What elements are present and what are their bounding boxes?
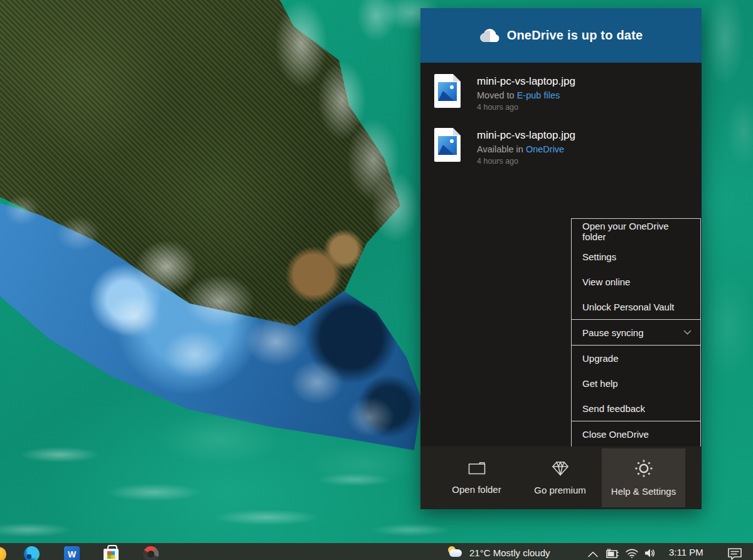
help-settings-button[interactable]: Help & Settings xyxy=(602,448,685,507)
activity-item[interactable]: mini-pc-vs-laptop.jpg Available in OneDr… xyxy=(434,128,702,166)
tray-chevron-up-icon[interactable] xyxy=(587,549,599,560)
onedrive-footer: Open folder Go premium xyxy=(420,446,702,509)
weather-temperature: 21°C xyxy=(469,547,491,558)
onedrive-status-title: OneDrive is up to date xyxy=(507,28,643,43)
menu-item-upgrade[interactable]: Upgrade xyxy=(572,346,700,371)
taskbar-weather[interactable]: 21°C Mostly cloudy xyxy=(447,546,550,559)
taskbar: W 21°C Mostly cloudy xyxy=(0,543,753,560)
onedrive-flyout: OneDrive is up to date mini-pc-vs-laptop… xyxy=(420,8,702,509)
chevron-down-icon xyxy=(683,330,692,335)
menu-item-settings[interactable]: Settings xyxy=(572,244,700,269)
onedrive-cloud-icon xyxy=(479,29,501,43)
tray-volume-icon[interactable] xyxy=(644,548,656,560)
activity-folder-link[interactable]: OneDrive xyxy=(526,144,564,154)
activity-timestamp: 4 hours ago xyxy=(477,103,575,112)
microsoft-store-icon[interactable] xyxy=(104,546,119,560)
menu-item-get-help[interactable]: Get help xyxy=(572,371,700,396)
menu-item-send-feedback[interactable]: Send feedback xyxy=(572,396,700,421)
red-donut-app-icon[interactable] xyxy=(143,546,159,560)
folder-icon xyxy=(467,461,486,476)
weather-condition: Mostly cloudy xyxy=(493,547,550,558)
edge-browser-icon[interactable] xyxy=(24,546,40,560)
menu-item-unlock-personal-vault[interactable]: Unlock Personal Vault xyxy=(572,294,700,319)
menu-item-open-onedrive-folder[interactable]: Open your OneDrive folder xyxy=(572,219,700,244)
image-file-icon xyxy=(434,128,461,162)
taskbar-clock[interactable]: 3:11 PM xyxy=(669,547,703,557)
help-settings-menu: Open your OneDrive folder Settings View … xyxy=(571,218,701,447)
word-icon[interactable]: W xyxy=(64,546,80,560)
menu-item-view-online[interactable]: View online xyxy=(572,269,700,294)
onedrive-header: OneDrive is up to date xyxy=(420,8,702,63)
activity-action: Available in xyxy=(477,144,523,154)
gear-icon xyxy=(634,459,653,478)
tray-wifi-icon[interactable] xyxy=(625,548,639,560)
open-folder-button[interactable]: Open folder xyxy=(435,448,518,507)
image-file-icon xyxy=(434,74,461,108)
menu-item-close-onedrive[interactable]: Close OneDrive xyxy=(572,421,700,446)
activity-filename: mini-pc-vs-laptop.jpg xyxy=(477,129,575,142)
taskbar-app-partial-icon[interactable] xyxy=(0,547,6,560)
activity-timestamp: 4 hours ago xyxy=(477,157,575,166)
activity-action: Moved to xyxy=(477,90,515,100)
weather-icon xyxy=(447,546,463,559)
activity-folder-link[interactable]: E-pub files xyxy=(517,90,560,100)
menu-item-pause-syncing[interactable]: Pause syncing xyxy=(572,320,700,345)
activity-item[interactable]: mini-pc-vs-laptop.jpg Moved to E-pub fil… xyxy=(434,74,702,112)
go-premium-button[interactable]: Go premium xyxy=(518,448,602,507)
activity-filename: mini-pc-vs-laptop.jpg xyxy=(477,75,575,88)
diamond-icon xyxy=(551,460,570,477)
tray-battery-plug-icon[interactable] xyxy=(604,548,619,560)
activity-list: mini-pc-vs-laptop.jpg Moved to E-pub fil… xyxy=(420,63,702,166)
action-center-icon[interactable] xyxy=(727,547,743,560)
